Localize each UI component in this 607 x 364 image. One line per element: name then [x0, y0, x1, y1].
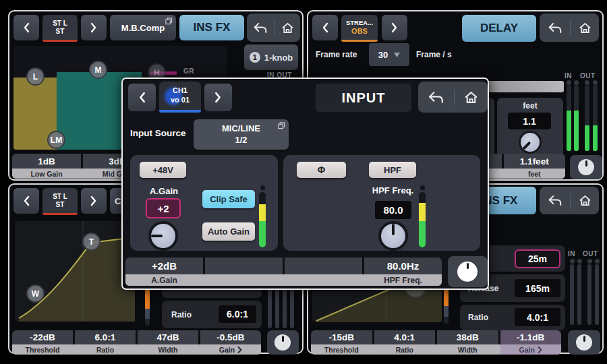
param-width[interactable]: 38dB — [437, 330, 498, 344]
knob-icon — [576, 334, 592, 351]
release-value[interactable]: 165m — [515, 279, 560, 297]
out-peak-led — [585, 80, 589, 85]
home-button[interactable] — [579, 195, 591, 206]
param-label: Ratio — [374, 344, 436, 355]
divider — [570, 20, 571, 35]
param-label — [205, 274, 283, 286]
assign-knob-button[interactable] — [267, 330, 299, 355]
param-width[interactable]: 47dB — [138, 330, 198, 344]
one-knob-icon: 1 — [250, 52, 260, 63]
param-hpf-freq[interactable]: 80.0Hz — [364, 257, 442, 274]
preset-button[interactable]: M.B.Comp — [110, 15, 176, 40]
undo-button[interactable] — [548, 22, 562, 34]
phase-hpf-section: Φ HPF HPF Freq. 80.0 — [283, 155, 480, 251]
threshold-handle[interactable]: T — [82, 233, 100, 251]
param-label: A.Gain — [125, 274, 203, 286]
next-channel-button[interactable] — [81, 188, 107, 214]
width-handle[interactable]: W — [26, 284, 45, 303]
prev-channel-button[interactable] — [13, 188, 39, 214]
peak-led — [420, 185, 425, 190]
ratio-box: Ratio 6.0:1 — [162, 301, 262, 328]
prev-channel-button[interactable] — [13, 15, 39, 40]
hpf-freq-knob[interactable] — [378, 221, 408, 251]
param-a-gain[interactable]: +2dB — [125, 257, 203, 274]
param-label: HPF Freq. — [364, 274, 442, 286]
channel-tab-line2: ST — [56, 28, 65, 36]
prev-channel-button[interactable] — [128, 84, 156, 111]
ratio-value[interactable]: 6.0:1 — [219, 305, 256, 323]
chevron-right-icon — [90, 195, 97, 206]
param-ratio[interactable]: 4.0:1 — [374, 330, 436, 344]
mid-band-handle[interactable]: M — [89, 61, 107, 79]
param-feet[interactable]: 1.1feet — [504, 154, 566, 169]
divider — [274, 20, 275, 35]
phantom-48v-button[interactable]: +48V — [140, 162, 186, 178]
a-gain-knob[interactable] — [148, 221, 178, 251]
undo-button[interactable] — [428, 91, 444, 104]
channel-tab-line2: OBS — [351, 27, 368, 36]
gr-label: GR — [183, 67, 194, 75]
knob-icon — [457, 262, 478, 282]
one-knob-button[interactable]: 1 1-knob — [244, 44, 298, 70]
param-cell[interactable] — [285, 257, 362, 274]
feet-knob[interactable] — [519, 131, 542, 154]
home-button[interactable] — [281, 22, 294, 34]
param-label — [285, 274, 362, 286]
input-level-meter — [419, 192, 426, 247]
low-mid-band-handle[interactable]: LM — [47, 131, 65, 149]
param-bar: -15dB 4.0:1 38dB -1.1dB Threshold Ratio … — [311, 330, 561, 355]
param-threshold[interactable]: -22dB — [12, 330, 73, 344]
param-label: Width — [138, 344, 198, 355]
home-button[interactable] — [579, 22, 591, 34]
channel-tab[interactable]: ST L ST — [42, 188, 78, 215]
param-ratio[interactable]: 6.0:1 — [75, 330, 136, 344]
chevron-left-icon — [138, 92, 146, 103]
divider — [454, 90, 455, 104]
assign-knob-button[interactable] — [570, 155, 602, 179]
ratio-value[interactable]: 4.0:1 — [515, 308, 560, 326]
hpf-freq-value[interactable]: 80.0 — [375, 201, 411, 219]
param-label: Gain — [200, 344, 261, 355]
out-label: OUT — [583, 250, 598, 257]
chevron-left-icon — [23, 22, 30, 33]
param-bar: +2dB 80.0Hz A.Gain HPF Freq. — [125, 257, 442, 286]
next-channel-button[interactable] — [204, 84, 232, 111]
low-band-handle[interactable]: L — [26, 67, 45, 86]
next-channel-button[interactable] — [81, 15, 107, 40]
channel-tab-ch1[interactable]: CH1 vo 01 — [159, 82, 201, 113]
a-gain-label: A.Gain — [137, 186, 191, 196]
assign-knob-button[interactable] — [448, 256, 488, 287]
param-gain-selected[interactable]: -1.1dB — [500, 330, 562, 344]
home-button[interactable] — [464, 91, 478, 104]
input-level-meter — [259, 192, 266, 247]
a-gain-value[interactable]: +2 — [146, 198, 181, 218]
out-meter — [587, 264, 591, 325]
frame-rate-dropdown[interactable]: 30 — [369, 43, 409, 66]
analog-gain-section: +48V A.Gain +2 Clip Safe Auto Gain — [130, 155, 278, 251]
prev-channel-button[interactable] — [312, 15, 338, 40]
input-source-label: Input Source — [130, 128, 186, 138]
clip-safe-button[interactable]: Clip Safe — [202, 190, 255, 208]
in-peak-led — [570, 259, 575, 264]
channel-name: vo 01 — [171, 96, 190, 105]
undo-button[interactable] — [253, 22, 268, 34]
next-channel-button[interactable] — [382, 15, 407, 40]
param-low-gain[interactable]: 1dB — [12, 154, 81, 169]
hpf-button[interactable]: HPF — [369, 162, 416, 178]
channel-tab[interactable]: STREA... OBS — [341, 15, 378, 42]
param-label-selected: Gain — [500, 344, 562, 355]
phase-button[interactable]: Φ — [297, 162, 346, 178]
channel-tab[interactable]: ST L ST — [42, 15, 78, 42]
undo-button[interactable] — [548, 195, 562, 206]
param-cell[interactable] — [205, 257, 283, 274]
param-threshold[interactable]: -15dB — [311, 330, 372, 344]
chevron-right-icon — [237, 346, 242, 353]
assign-knob-button[interactable] — [568, 330, 600, 355]
param-gain[interactable]: -0.5dB — [200, 330, 261, 344]
out-meter — [595, 264, 599, 325]
auto-gain-button[interactable]: Auto Gain — [202, 222, 255, 241]
in-meter — [577, 264, 581, 325]
divider — [570, 193, 571, 208]
input-source-button[interactable]: MIC/LINE 1/2 — [194, 119, 289, 150]
attack-value[interactable]: 25m — [515, 249, 560, 268]
